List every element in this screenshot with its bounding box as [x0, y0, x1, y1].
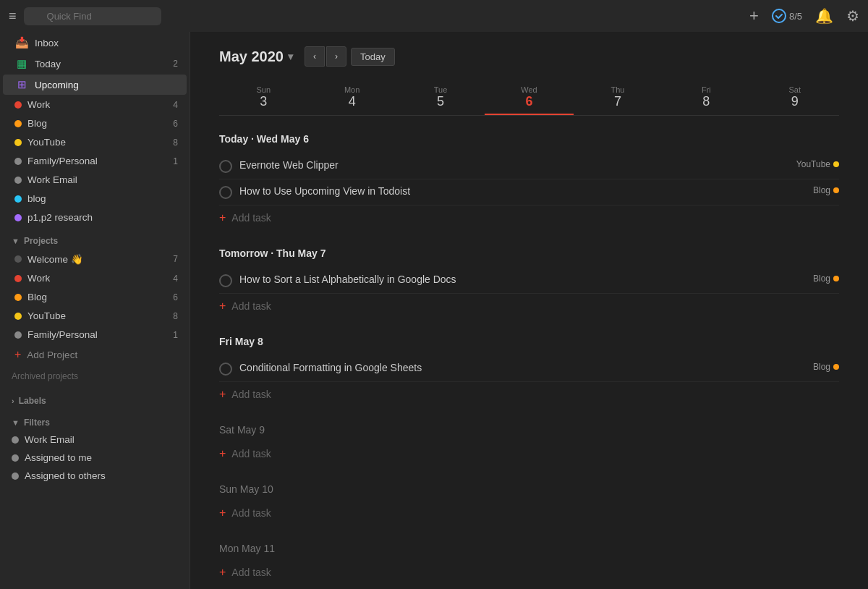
- section-header-5: Mon May 11: [219, 543, 839, 554]
- week-day-9[interactable]: Sat 9: [751, 81, 839, 115]
- sidebar-item-blog[interactable]: Blog 6: [3, 114, 187, 132]
- sidebar-item-family[interactable]: Family/Personal 1: [3, 152, 187, 170]
- add-project-label: Add Project: [27, 349, 77, 360]
- filter-work-email[interactable]: Work Email: [0, 431, 190, 449]
- filter-assigned-others-label: Assigned to others: [25, 470, 106, 481]
- task-checkbox[interactable]: [219, 274, 232, 287]
- content-area: May 2020 ▾ ‹ › Today Sun 3 Mon 4 Tue 5 W…: [190, 32, 868, 589]
- sidebar-project-blog[interactable]: Blog 6: [3, 288, 187, 306]
- family-dot: [14, 158, 22, 165]
- add-project-button[interactable]: + Add Project: [3, 344, 187, 365]
- gear-icon[interactable]: ⚙: [846, 7, 859, 25]
- add-task-button-4[interactable]: +Add task: [219, 501, 839, 525]
- task-text: Evernote Web Clipper: [239, 159, 789, 171]
- week-day-8[interactable]: Fri 8: [662, 81, 750, 115]
- blog-count: 6: [173, 119, 178, 129]
- sidebar-project-welcome[interactable]: Welcome 👋 7: [3, 250, 187, 268]
- add-icon[interactable]: +: [749, 7, 759, 25]
- day-num: 3: [222, 94, 305, 109]
- sidebar-item-youtube[interactable]: YouTube 8: [3, 133, 187, 151]
- hamburger-icon[interactable]: ≡: [9, 9, 17, 24]
- next-week-button[interactable]: ›: [326, 46, 346, 67]
- topbar: ≡ 🔍 + 8/5 🔔 ⚙: [0, 0, 868, 32]
- filter-assigned-me-label: Assigned to me: [25, 452, 92, 463]
- task-checkbox[interactable]: [219, 160, 232, 173]
- task-tag: YouTube: [796, 159, 839, 169]
- add-task-plus: +: [219, 566, 226, 579]
- nav-buttons: ‹ ›: [305, 46, 346, 67]
- task-item: How to Sort a List Alphabetically in Goo…: [219, 268, 839, 294]
- month-dropdown-icon: ▾: [288, 51, 293, 62]
- day-name: Wed: [488, 85, 570, 94]
- task-section-0: Today · Wed May 6 Evernote Web Clipper Y…: [219, 133, 839, 230]
- proj-family-label: Family/Personal: [27, 329, 167, 340]
- proj-blog-dot: [14, 294, 22, 301]
- task-section-4: Sun May 10+Add task: [219, 483, 839, 525]
- add-task-button-0[interactable]: +Add task: [219, 205, 839, 230]
- work-email-label: Work Email: [27, 174, 178, 185]
- sidebar-item-work[interactable]: Work 4: [3, 96, 187, 114]
- week-day-4[interactable]: Mon 4: [307, 81, 396, 115]
- month-title[interactable]: May 2020 ▾: [219, 48, 293, 65]
- blog-label: Blog: [27, 118, 167, 129]
- sidebar-item-p1p2[interactable]: p1,p2 research: [3, 208, 187, 226]
- add-project-plus: +: [14, 348, 21, 361]
- task-checkbox[interactable]: [219, 186, 232, 199]
- day-name: Mon: [310, 85, 393, 94]
- sidebar-item-blog2[interactable]: blog: [3, 190, 187, 208]
- week-day-6[interactable]: Wed 6: [485, 81, 573, 115]
- add-task-button-3[interactable]: +Add task: [219, 441, 839, 466]
- projects-section-header[interactable]: ▼ Projects: [0, 227, 190, 249]
- karma-count: 8/5: [789, 11, 802, 22]
- task-item: How to Use Upcoming View in Todoist Blog: [219, 179, 839, 205]
- add-task-label: Add task: [231, 448, 271, 459]
- task-tag: Blog: [813, 362, 839, 372]
- upcoming-icon: ⊞: [14, 78, 29, 91]
- add-task-plus: +: [219, 211, 226, 224]
- task-section-5: Mon May 11+Add task: [219, 543, 839, 585]
- day-name: Thu: [576, 85, 659, 94]
- today-icon: ▦: [14, 57, 29, 70]
- filter-assigned-me[interactable]: Assigned to me: [0, 449, 190, 467]
- labels-section-label: Labels: [19, 396, 46, 406]
- search-input[interactable]: [24, 7, 161, 25]
- proj-work-dot: [14, 275, 22, 282]
- youtube-count: 8: [173, 137, 178, 148]
- add-task-label: Add task: [231, 300, 271, 312]
- task-section-3: Sat May 9+Add task: [219, 424, 839, 466]
- filter-assigned-others[interactable]: Assigned to others: [0, 467, 190, 485]
- youtube-dot: [14, 139, 22, 146]
- proj-youtube-label: YouTube: [27, 310, 167, 321]
- week-day-3[interactable]: Sun 3: [219, 81, 307, 115]
- add-task-button-5[interactable]: +Add task: [219, 560, 839, 585]
- sidebar-item-work-email[interactable]: Work Email: [3, 171, 187, 189]
- month-title-text: May 2020: [219, 48, 284, 65]
- day-num: 5: [399, 94, 482, 109]
- prev-week-button[interactable]: ‹: [305, 46, 325, 67]
- today-button[interactable]: Today: [351, 48, 395, 66]
- task-tag: Blog: [813, 185, 839, 195]
- p1p2-label: p1,p2 research: [27, 212, 178, 223]
- week-day-5[interactable]: Tue 5: [396, 81, 485, 115]
- sidebar-item-inbox[interactable]: 📥 Inbox: [3, 33, 187, 53]
- sidebar-project-work[interactable]: Work 4: [3, 269, 187, 287]
- bell-icon[interactable]: 🔔: [815, 7, 833, 25]
- labels-section-header[interactable]: › Labels: [0, 387, 190, 409]
- sidebar-project-youtube[interactable]: YouTube 8: [3, 307, 187, 325]
- add-task-plus: +: [219, 447, 226, 460]
- filters-section-header[interactable]: ▼ Filters: [0, 409, 190, 431]
- calendar-header: May 2020 ▾ ‹ › Today: [219, 46, 839, 67]
- sidebar-item-today[interactable]: ▦ Today 2: [3, 54, 187, 74]
- family-label: Family/Personal: [27, 156, 167, 166]
- karma-badge: 8/5: [772, 9, 802, 23]
- add-task-button-2[interactable]: +Add task: [219, 382, 839, 407]
- family-count: 1: [173, 156, 178, 166]
- add-task-label: Add task: [231, 212, 271, 224]
- archived-projects-label[interactable]: Archived projects: [0, 365, 190, 387]
- add-task-button-1[interactable]: +Add task: [219, 294, 839, 318]
- week-day-7[interactable]: Thu 7: [574, 81, 662, 115]
- task-checkbox[interactable]: [219, 363, 232, 376]
- sidebar-project-family[interactable]: Family/Personal 1: [3, 326, 187, 344]
- sidebar-item-upcoming[interactable]: ⊞ Upcoming: [3, 75, 187, 95]
- task-item: Conditional Formatting in Google Sheets …: [219, 356, 839, 382]
